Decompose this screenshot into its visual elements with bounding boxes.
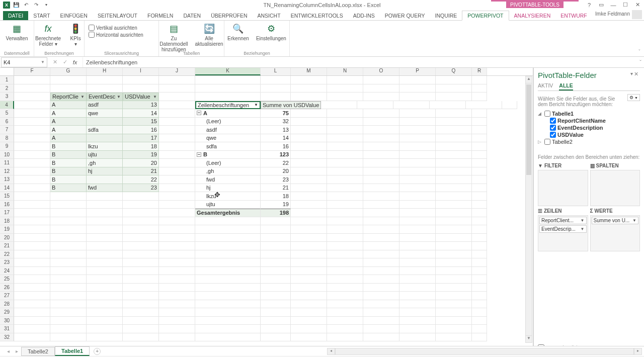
cell[interactable] xyxy=(327,258,363,267)
cell[interactable] xyxy=(291,192,327,201)
pane-tab-alle[interactable]: ALLE xyxy=(559,81,573,90)
row-header[interactable]: 17 xyxy=(0,209,14,217)
cell[interactable] xyxy=(261,292,291,300)
tab-datei[interactable]: DATEI xyxy=(3,11,28,20)
cell[interactable] xyxy=(436,300,472,309)
cell[interactable] xyxy=(195,225,261,234)
tab-addins[interactable]: ADD-INS xyxy=(348,11,380,20)
cell[interactable] xyxy=(87,284,123,292)
cell[interactable]: 17 xyxy=(123,134,159,143)
cell[interactable] xyxy=(50,317,87,325)
cell[interactable] xyxy=(50,225,87,234)
cell[interactable]: 20 xyxy=(123,159,159,167)
cell[interactable] xyxy=(472,234,487,242)
cell[interactable] xyxy=(159,325,195,333)
cell[interactable] xyxy=(327,325,363,333)
cell[interactable] xyxy=(399,275,436,284)
cell[interactable]: sdfa xyxy=(87,126,123,134)
cell[interactable]: 22 xyxy=(261,159,291,167)
cell[interactable] xyxy=(50,325,87,333)
scroll-up-icon[interactable]: ▲ xyxy=(526,76,532,83)
tab-seitenlayout[interactable]: SEITENLAYOUT xyxy=(93,11,142,20)
tabelle1-checkbox[interactable] xyxy=(544,111,550,117)
values-item-summe[interactable]: Summe von U...▼ xyxy=(592,217,639,224)
cell[interactable] xyxy=(436,175,472,184)
tabelle2-checkbox[interactable] xyxy=(544,139,550,145)
cell[interactable] xyxy=(327,209,363,217)
cell[interactable] xyxy=(261,225,291,234)
cell[interactable] xyxy=(363,142,399,151)
cell[interactable] xyxy=(327,167,363,176)
enter-formula-icon[interactable]: ✓ xyxy=(60,58,69,67)
cell[interactable] xyxy=(399,258,436,267)
cell[interactable] xyxy=(50,284,87,292)
cell[interactable] xyxy=(159,184,195,193)
cell[interactable] xyxy=(50,192,87,201)
cell[interactable] xyxy=(159,275,195,284)
cell[interactable] xyxy=(399,209,436,217)
cell[interactable] xyxy=(472,201,487,209)
cell[interactable] xyxy=(327,175,363,184)
cell[interactable] xyxy=(123,192,159,201)
cell[interactable] xyxy=(399,175,436,184)
cell[interactable] xyxy=(327,284,363,292)
cell[interactable]: 198 xyxy=(261,209,291,217)
cell[interactable] xyxy=(195,292,261,300)
cell[interactable] xyxy=(363,333,399,342)
cell[interactable] xyxy=(399,300,436,309)
cell[interactable] xyxy=(195,76,261,84)
row-header[interactable]: 7 xyxy=(0,126,14,134)
maximize-icon[interactable]: ☐ xyxy=(621,2,630,9)
cell[interactable] xyxy=(436,284,472,292)
cell[interactable] xyxy=(123,209,159,217)
cell[interactable] xyxy=(327,192,363,201)
cell[interactable] xyxy=(291,93,327,101)
cell[interactable] xyxy=(159,192,195,201)
cell[interactable] xyxy=(14,333,50,342)
cell[interactable] xyxy=(14,234,50,242)
cell[interactable] xyxy=(363,258,399,267)
cell[interactable] xyxy=(14,250,50,259)
cell[interactable] xyxy=(363,151,399,159)
columns-drop-area[interactable] xyxy=(590,170,640,206)
cell[interactable]: Gesamtergebnis xyxy=(195,209,261,217)
cell[interactable] xyxy=(195,317,261,325)
cell[interactable] xyxy=(50,275,87,284)
cell[interactable] xyxy=(14,201,50,209)
cell[interactable] xyxy=(123,250,159,259)
fx-button-icon[interactable]: fx xyxy=(70,58,79,67)
cell[interactable] xyxy=(261,267,291,276)
cell[interactable] xyxy=(363,292,399,300)
cell[interactable] xyxy=(472,93,487,101)
cell[interactable]: A xyxy=(50,118,87,126)
cell[interactable] xyxy=(291,201,327,209)
cell[interactable]: 16 xyxy=(261,142,291,151)
cell[interactable] xyxy=(87,209,123,217)
row-header[interactable]: 32 xyxy=(0,333,14,342)
cell[interactable] xyxy=(436,234,472,242)
tab-powerpivot[interactable]: POWERPIVOT xyxy=(462,11,509,21)
cell[interactable]: 22 xyxy=(123,175,159,184)
cell[interactable] xyxy=(472,76,487,84)
cell[interactable]: 23 xyxy=(123,184,159,193)
cell[interactable] xyxy=(14,109,50,118)
cell[interactable] xyxy=(87,201,123,209)
cell[interactable]: lkzu xyxy=(87,142,123,151)
col-q[interactable]: Q xyxy=(436,68,472,75)
cell[interactable] xyxy=(50,333,87,342)
cell[interactable] xyxy=(472,317,487,325)
filter-drop-area[interactable] xyxy=(538,170,588,206)
cell[interactable] xyxy=(50,209,87,217)
row-header[interactable]: 29 xyxy=(0,308,14,317)
cell[interactable] xyxy=(399,267,436,276)
cell[interactable] xyxy=(363,175,399,184)
cell[interactable] xyxy=(159,292,195,300)
cell[interactable] xyxy=(123,267,159,276)
cell[interactable] xyxy=(261,300,291,309)
cell[interactable] xyxy=(159,126,195,134)
field-checkbox[interactable] xyxy=(550,125,556,131)
scroll-down-icon[interactable]: ▼ xyxy=(526,335,532,342)
cell[interactable]: A xyxy=(50,109,87,118)
cell[interactable] xyxy=(159,333,195,342)
tree-tabelle1[interactable]: ◢Tabelle1 xyxy=(538,110,640,117)
